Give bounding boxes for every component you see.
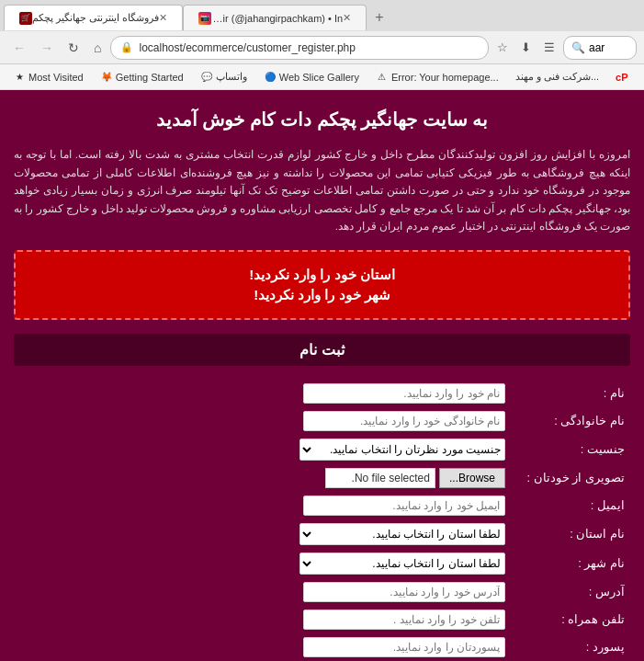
address-lock-icon: 🔒 [120,41,133,53]
form-row-gender: جنسیت : جنسیت مورد نظرتان را انتخاب نمای… [14,435,630,464]
intro-paragraph: امروزه با افزایش روز افزون تولیدکنندگان … [14,146,630,236]
tab-1-close[interactable]: ✕ [159,12,167,24]
form-row-family: نام خانوادگی : [14,407,630,435]
menu-button[interactable]: ☰ [539,39,559,56]
label-family: نام خانوادگی : [511,407,630,435]
input-family[interactable] [303,411,505,431]
bookmark-error-label: Error: Your homepage... [391,72,499,83]
bookmark-web-slice-icon: 🔵 [264,71,277,84]
bookmark-error-icon: ⚠ [376,71,389,84]
bookmark-most-visited-icon: ★ [13,71,26,84]
tab-1-title: فروشگاه اینترنتی جهانگیر پچکم [32,12,159,24]
page-content: به سایت جهانگیر پچکم دات کام خوش آمدید ا… [0,90,644,661]
new-tab-button[interactable]: + [367,5,391,30]
browser-window: 🛒 فروشگاه اینترنتی جهانگیر پچکم ✕ 📷 jaha… [0,0,644,661]
select-gender[interactable]: جنسیت مورد نظرتان را انتخاب نمایید. [299,439,505,461]
input-email[interactable] [303,496,505,516]
bookmark-getting-started[interactable]: 🦊 Getting Started [95,69,189,85]
search-box[interactable]: 🔍 aar [563,36,637,60]
tab-2-close[interactable]: ✕ [343,12,351,24]
form-row-province: نام استان : لطفا استان را انتخاب نمایید. [14,519,630,549]
nav-icons: ☆ ⬇ ☰ [492,39,559,56]
error-line-1: استان خود را وارد نکردید! [29,267,615,283]
bookmark-star-button[interactable]: ☆ [492,39,513,56]
bookmark-cp[interactable]: cP [610,70,633,85]
form-row-city: نام شهر : لطفا استان را انتخاب نمایید. [14,549,630,578]
input-name[interactable] [303,383,505,404]
form-section-title: ثبت نام [14,334,630,366]
download-button[interactable]: ⬇ [516,39,536,56]
file-input-row: Browse... No file selected. [19,468,505,488]
address-bar[interactable]: 🔒 localhost/ecommerce/customer_register.… [110,36,489,60]
label-email: ایمیل : [511,492,630,519]
bookmark-whatsapp[interactable]: 💬 واتساپ [195,69,253,85]
label-province: نام استان : [511,519,630,549]
error-box: استان خود را وارد نکردید! شهر خود را وار… [14,250,630,320]
search-icon: 🔍 [571,41,585,54]
form-row-address: آدرس : [14,578,630,606]
bookmark-whatsapp-icon: 💬 [200,71,213,84]
tab-1[interactable]: 🛒 فروشگاه اینترنتی جهانگیر پچکم ✕ [4,5,183,30]
tab-2[interactable]: 📷 jahangir (@jahangirpachkam) • In... ✕ [183,5,367,30]
tab-2-favicon: 📷 [198,12,211,25]
bookmark-cp-label: cP [616,72,627,83]
label-photo: تصویری از خودتان : [511,464,630,492]
nav-bar: ← → ↻ ⌂ 🔒 localhost/ecommerce/customer_r… [0,31,644,64]
select-province[interactable]: لطفا استان را انتخاب نمایید. [299,523,505,545]
form-row-photo: تصویری از خودتان : Browse... No file sel… [14,464,630,492]
registration-form: نام : نام خانوادگی : جنسیت : [14,380,630,661]
bookmark-getting-started-icon: 🦊 [100,71,113,84]
bookmark-whatsapp-label: واتساپ [216,71,247,83]
error-line-2: شهر خود را وارد نکردید! [29,287,615,303]
label-name: نام : [511,380,630,407]
form-table: نام : نام خانوادگی : جنسیت : [14,380,630,661]
bookmark-web-slice[interactable]: 🔵 Web Slice Gallery [258,69,365,85]
label-phone: تلفن همراه : [511,606,630,633]
home-button[interactable]: ⌂ [88,39,107,57]
bookmark-error[interactable]: ⚠ Error: Your homepage... [370,69,504,85]
label-city: نام شهر : [511,549,630,578]
tab-bar: 🛒 فروشگاه اینترنتی جهانگیر پچکم ✕ 📷 jaha… [0,0,644,31]
refresh-button[interactable]: ↻ [62,39,85,57]
input-phone[interactable] [303,610,505,630]
forward-button[interactable]: → [35,39,59,57]
form-row-email: ایمیل : [14,492,630,519]
form-row-phone: تلفن همراه : [14,606,630,633]
tab-1-favicon: 🛒 [19,12,32,25]
page-title: به سایت جهانگیر پچکم دات کام خوش آمدید [14,104,630,135]
label-address: آدرس : [511,578,630,606]
bookmark-getting-started-label: Getting Started [116,72,184,83]
form-row-password: پسورد : [14,633,630,661]
select-city[interactable]: لطفا استان را انتخاب نمایید. [299,553,505,575]
search-text: aar [589,41,604,54]
bookmarks-bar: ★ Most Visited 🦊 Getting Started 💬 واتسا… [0,64,644,90]
input-address[interactable] [303,582,505,602]
back-button[interactable]: ← [7,39,31,57]
bookmark-most-visited[interactable]: ★ Most Visited [7,69,89,85]
address-text: localhost/ecommerce/customer_register.ph… [139,41,479,54]
file-label-text: No file selected. [325,468,435,488]
bookmark-company-label: شرکت فنی و مهند... [515,71,599,83]
bookmark-company[interactable]: شرکت فنی و مهند... [510,69,604,85]
browse-button[interactable]: Browse... [439,468,505,488]
input-password[interactable] [303,637,505,657]
label-password: پسورد : [511,633,630,661]
tab-2-title: jahangir (@jahangirpachkam) • In... [211,13,343,24]
bookmark-most-visited-label: Most Visited [28,72,84,83]
label-gender: جنسیت : [511,435,630,464]
form-row-name: نام : [14,380,630,407]
bookmark-web-slice-label: Web Slice Gallery [279,72,359,83]
